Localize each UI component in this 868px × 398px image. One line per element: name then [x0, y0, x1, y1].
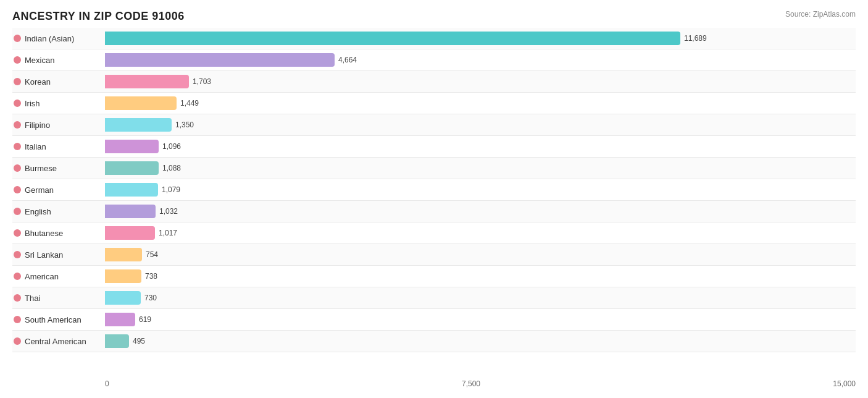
table-row: Thai730 [12, 287, 856, 309]
bar-value: 730 [144, 294, 157, 302]
bar [105, 32, 680, 45]
label-area: Irish [12, 99, 105, 108]
chart-title: ANCESTRY IN ZIP CODE 91006 [12, 10, 856, 23]
bar [105, 118, 172, 132]
dot-icon [14, 337, 21, 345]
bar-value: 738 [145, 272, 157, 281]
label-area: South American [12, 315, 105, 324]
x-axis: 07,50015,000 [12, 379, 856, 388]
table-row: German1,079 [12, 179, 856, 201]
bar-section: 11,689 [105, 28, 856, 49]
x-axis-label: 0 [105, 379, 109, 388]
label-area: Sri Lankan [12, 250, 105, 260]
bar [105, 334, 129, 348]
bar-section: 1,096 [105, 136, 856, 157]
bar-value: 1,032 [159, 207, 178, 216]
chart-area: Indian (Asian)11,689Mexican4,664Korean1,… [12, 28, 856, 377]
bar-section: 4,664 [105, 49, 856, 70]
table-row: Irish1,449 [12, 93, 856, 114]
dot-icon [14, 273, 21, 280]
label-area: German [12, 185, 105, 195]
dot-icon [14, 143, 21, 150]
bar-value: 1,703 [193, 77, 211, 86]
bar-label: Filipino [25, 121, 50, 130]
dot-icon [14, 100, 21, 107]
x-axis-label: 15,000 [833, 379, 856, 388]
bar [105, 205, 156, 218]
bar-value: 11,689 [684, 34, 707, 43]
bar-section: 1,703 [105, 71, 856, 92]
table-row: Indian (Asian)11,689 [12, 28, 856, 49]
bar [105, 248, 142, 261]
bar-label: Indian (Asian) [25, 34, 74, 43]
table-row: South American619 [12, 309, 856, 331]
bar-section: 1,017 [105, 222, 856, 243]
bar-value: 1,096 [162, 142, 181, 151]
bar [105, 140, 159, 153]
bar-value: 1,017 [159, 229, 177, 237]
label-area: Bhutanese [12, 229, 105, 238]
table-row: Italian1,096 [12, 136, 856, 158]
label-area: Mexican [12, 56, 105, 65]
bar-section: 738 [105, 266, 856, 287]
label-area: Korean [12, 77, 105, 87]
bar-section: 1,088 [105, 158, 856, 179]
table-row: Filipino1,350 [12, 114, 856, 136]
bar-section: 1,449 [105, 93, 856, 114]
dot-icon [14, 208, 21, 215]
bar-value: 1,079 [162, 185, 180, 194]
bar [105, 291, 141, 305]
label-area: Central American [12, 337, 105, 346]
bar-value: 495 [133, 337, 145, 345]
bar-label: Bhutanese [25, 229, 63, 238]
bar-label: Central American [25, 337, 86, 346]
label-area: English [12, 207, 105, 216]
label-area: Indian (Asian) [12, 34, 105, 43]
bar [105, 313, 135, 326]
bar-section: 495 [105, 331, 856, 352]
label-area: Italian [12, 142, 105, 151]
dot-icon [14, 35, 21, 42]
bar-section: 1,032 [105, 201, 856, 222]
bar [105, 183, 158, 197]
bar-label: Mexican [25, 56, 54, 65]
dot-icon [14, 121, 21, 129]
bar [105, 75, 189, 88]
dot-icon [14, 78, 21, 85]
source-text: Source: ZipAtlas.com [785, 10, 856, 19]
bar-label: Korean [25, 77, 51, 87]
bar-section: 754 [105, 244, 856, 265]
dot-icon [14, 229, 21, 237]
bar-value: 1,350 [175, 121, 194, 129]
table-row: Burmese1,088 [12, 158, 856, 179]
label-area: Thai [12, 294, 105, 303]
table-row: American738 [12, 266, 856, 287]
bar [105, 161, 159, 175]
chart-container: ANCESTRY IN ZIP CODE 91006 Source: ZipAt… [0, 0, 868, 398]
bar-value: 1,088 [162, 164, 181, 172]
bar-label: Sri Lankan [25, 250, 63, 260]
bar-label: Italian [25, 142, 46, 151]
table-row: Mexican4,664 [12, 49, 856, 71]
bar-section: 730 [105, 287, 856, 308]
bar-value: 754 [146, 250, 158, 259]
bar [105, 96, 177, 110]
bar-section: 1,350 [105, 114, 856, 135]
bar-label: Burmese [25, 164, 57, 173]
bar-label: English [25, 207, 51, 216]
bar-label: American [25, 272, 59, 281]
dot-icon [14, 316, 21, 323]
x-axis-label: 7,500 [462, 379, 480, 388]
table-row: Sri Lankan754 [12, 244, 856, 266]
dot-icon [14, 251, 21, 258]
label-area: Burmese [12, 164, 105, 173]
label-area: American [12, 272, 105, 281]
table-row: Bhutanese1,017 [12, 222, 856, 244]
bar-label: South American [25, 315, 81, 324]
dot-icon [14, 186, 21, 193]
table-row: English1,032 [12, 201, 856, 222]
bar-section: 1,079 [105, 179, 856, 200]
bar-label: Irish [25, 99, 40, 108]
bar [105, 226, 155, 240]
table-row: Korean1,703 [12, 71, 856, 93]
